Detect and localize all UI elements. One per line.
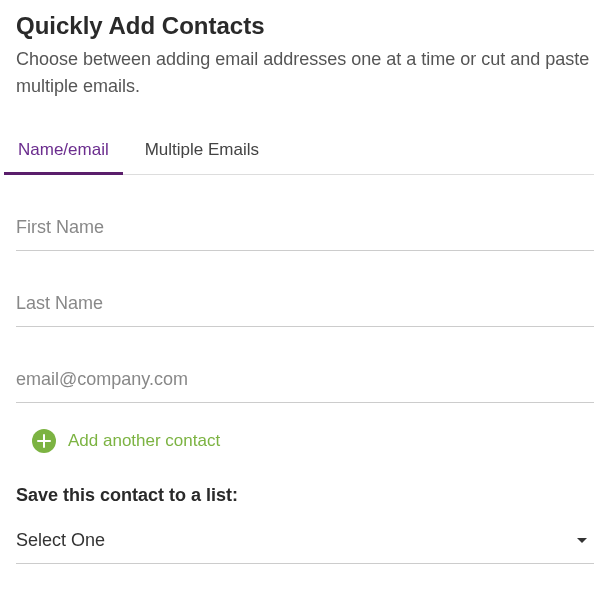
tabs-container: Name/email Multiple Emails (16, 128, 594, 175)
select-value: Select One (16, 530, 105, 550)
page-description: Choose between adding email addresses on… (16, 46, 594, 100)
email-field-wrapper (16, 355, 594, 403)
tab-name-email[interactable]: Name/email (16, 128, 111, 174)
email-input[interactable] (16, 355, 594, 403)
caret-down-icon (576, 531, 588, 549)
last-name-field-wrapper (16, 279, 594, 327)
tab-multiple-emails[interactable]: Multiple Emails (143, 128, 261, 174)
save-to-list-select[interactable]: Select One (16, 516, 594, 564)
first-name-field-wrapper (16, 203, 594, 251)
first-name-input[interactable] (16, 203, 594, 251)
add-another-label: Add another contact (68, 431, 220, 451)
plus-icon (32, 429, 56, 453)
save-to-list-label: Save this contact to a list: (16, 485, 594, 506)
add-another-contact-button[interactable]: Add another contact (16, 429, 594, 453)
last-name-input[interactable] (16, 279, 594, 327)
page-title: Quickly Add Contacts (16, 12, 594, 40)
